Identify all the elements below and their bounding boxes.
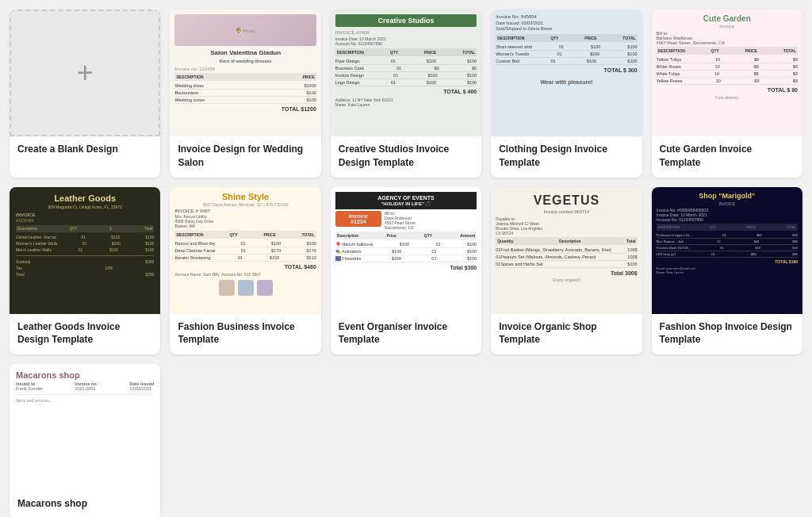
marigold-footer: Email: yourname@mail.comName: Kate Laure… bbox=[657, 266, 798, 274]
shine-title: Shine Style bbox=[174, 192, 316, 201]
creative-row-4: Logo Design01$100$100 bbox=[335, 79, 477, 86]
shine-style-card[interactable]: Shine Style 3917 Davis Avenue, Montreal,… bbox=[170, 187, 320, 355]
create-blank-card[interactable]: + Create a Blank Design bbox=[10, 10, 160, 178]
macarons-label: Macarons shop bbox=[10, 491, 160, 517]
marigold-row-1: Professional nippers for...01$20$20 bbox=[657, 232, 798, 239]
wedding-total: TOTAL $1200 bbox=[174, 106, 316, 112]
organic-shop-label: Invoice Organic Shop Template bbox=[491, 314, 642, 355]
vegetus-tagline: Enjoy organic! bbox=[496, 278, 637, 282]
event-total: Total $300 bbox=[335, 265, 477, 270]
wedding-row-3: Wedding crown$100 bbox=[174, 97, 316, 104]
leather-invoice-label: INVOICE bbox=[16, 213, 154, 217]
garden-total: TOTAL $ 80 bbox=[657, 87, 798, 93]
clothing-card[interactable]: Invoice No: 545654 Date Issued: 02/03/20… bbox=[491, 10, 642, 178]
marigold-title: Shop "Marigold" bbox=[657, 192, 798, 200]
vegetus-row-1: 01Fruit Basket (Mango, Strawberry, Avoca… bbox=[496, 247, 637, 254]
leather-addr: 909 Magnolia Ct, Lehigh Acres, FL, 33972 bbox=[16, 205, 154, 209]
event-table-header: DescriptionPriceQTYAmount bbox=[335, 232, 477, 239]
event-row-1: 🎈 Helium balloons$10001$100 bbox=[335, 241, 477, 248]
shine-style-thumb: Shine Style 3917 Davis Avenue, Montreal,… bbox=[170, 187, 320, 314]
garden-bill: Bill to:Barbara Wadsman4567 Pearl Street… bbox=[657, 31, 798, 45]
vegetus-total: Total 300$ bbox=[496, 270, 637, 276]
event-organiser-card[interactable]: AGENCY OF EVENTS"HOLIDAY IN LIFE" 🎵 Invo… bbox=[331, 187, 481, 355]
clothing-thumb: Invoice No: 545654 Date Issued: 02/03/20… bbox=[491, 10, 642, 136]
leather-goods-thumb: Leather Goods 909 Magnolia Ct, Lehigh Ac… bbox=[10, 187, 160, 314]
wedding-row-2: Boutonniere$100 bbox=[174, 90, 316, 97]
wedding-photo: 👰 Photo bbox=[174, 14, 316, 46]
vegetus-row-2: 01Peanuts Set (Walnuts, Almonds, Cashew,… bbox=[496, 254, 637, 261]
marigold-meta: Invoice No: #0686958408603Invoice Date: … bbox=[657, 208, 798, 222]
creative-thumb-content: Creative Studios INVOICE #2409 Invoice D… bbox=[331, 10, 481, 136]
vegetus-table-header: QuantityDescriptionTotal bbox=[496, 237, 637, 245]
wedding-salon-card[interactable]: 👰 Photo Salon Valentina Gladun Rent of w… bbox=[170, 10, 320, 178]
garden-title: Cute Garden bbox=[657, 14, 798, 23]
macarons-title: Macarons shop bbox=[16, 370, 154, 380]
leather-total: Total$330 bbox=[16, 271, 154, 278]
wedding-invoice-num: Invoice no: 123456 bbox=[174, 67, 316, 71]
event-organiser-label: Event Organiser Invoice Template bbox=[331, 314, 481, 355]
garden-row-3: White Tulips10$8$8 bbox=[657, 71, 798, 78]
shine-account: Account Name: Sam Billy Account No: 510 … bbox=[174, 272, 316, 277]
shine-style-label: Fashion Business Invoice Template bbox=[170, 314, 320, 355]
shine-addr: 3917 Davis Avenue, Montreal, QC • 978-77… bbox=[174, 202, 316, 207]
clothing-thumb-content: Invoice No: 545654 Date Issued: 02/03/20… bbox=[491, 10, 642, 136]
creative-studios-card[interactable]: Creative Studios INVOICE #2409 Invoice D… bbox=[331, 10, 481, 178]
shine-invoice: INVOICE # 3467 bbox=[174, 209, 316, 213]
cute-garden-card[interactable]: Cute Garden Invoice Bill to:Barbara Wads… bbox=[652, 10, 802, 178]
marigold-row-3: Hatchett-blade GLTON01$10$10 bbox=[657, 245, 798, 251]
clothing-row-3: Custom Belt01$100$100 bbox=[496, 58, 637, 65]
clothing-ship: Sold/Shipped to Gloria Broun bbox=[496, 26, 637, 31]
wedding-row-1: Wedding dress$1000 bbox=[174, 82, 316, 90]
marigold-thumb-content: Shop "Marigold" INVOICE Invoice No: #068… bbox=[652, 187, 802, 314]
garden-row-1: Yellow Tulips10$8$8 bbox=[657, 56, 798, 63]
event-bill: Bill to:Dave Anderson4567 Pearl StreetSa… bbox=[385, 211, 477, 230]
leather-title: Leather Goods bbox=[16, 193, 154, 203]
fashion-shop-card[interactable]: Shop "Marigold" INVOICE Invoice No: #068… bbox=[652, 187, 802, 355]
plus-icon: + bbox=[77, 56, 94, 90]
marigold-row-4: LED lamp gel01$80$80 bbox=[657, 251, 798, 258]
cute-garden-thumb: Cute Garden Invoice Bill to:Barbara Wads… bbox=[652, 10, 802, 136]
macarons-meta: Issued toFrenk Gooder Invoice no.2021-00… bbox=[16, 381, 154, 391]
create-blank-thumb: + bbox=[10, 10, 160, 136]
clothing-row-1: Short-sleeved shirt01$100$100 bbox=[496, 44, 637, 51]
shine-row-1: Haircut and Blow dry01$100$100 bbox=[174, 240, 316, 247]
event-row-3: 🎆 Fireworks$10001$100 bbox=[335, 255, 477, 262]
macarons-card[interactable]: Macarons shop Issued toFrenk Gooder Invo… bbox=[10, 364, 160, 517]
event-body: Invoice#1234 Bill to:Dave Anderson4567 P… bbox=[335, 211, 477, 230]
macarons-thumb: Macarons shop Issued toFrenk Gooder Invo… bbox=[10, 364, 160, 491]
leather-row-2: Women's Leather Walls01$100$100 bbox=[16, 240, 154, 247]
garden-subtitle: Invoice bbox=[657, 24, 798, 29]
event-invoice-badge: Invoice#1234 bbox=[335, 211, 381, 230]
creative-row-3: Invoice Design01$100$100 bbox=[335, 72, 477, 79]
leather-invoice-num: #2236666 bbox=[16, 218, 154, 223]
fashion-shop-thumb: Shop "Marigold" INVOICE Invoice No: #068… bbox=[652, 187, 802, 314]
leather-subtotal: Subtotal$300 bbox=[16, 258, 154, 265]
vegetus-title: VEGETUS bbox=[496, 193, 637, 208]
marigold-total: TOTAL $190 bbox=[657, 259, 798, 264]
create-blank-label: Create a Blank Design bbox=[10, 136, 160, 164]
creative-studios-thumb: Creative Studios INVOICE #2409 Invoice D… bbox=[331, 10, 481, 136]
creative-address: Address: 11 NY New York 81021Name: Kate … bbox=[335, 98, 477, 107]
event-row-2: 🎭 Animators$10001$100 bbox=[335, 248, 477, 255]
event-thumb-content: AGENCY OF EVENTS"HOLIDAY IN LIFE" 🎵 Invo… bbox=[331, 187, 481, 314]
wedding-subtitle: Rent of wedding dresses bbox=[174, 59, 316, 63]
macarons-thumb-content: Macarons shop Issued toFrenk Gooder Invo… bbox=[10, 364, 160, 491]
leather-row-1: Gilded Leather Journal01$100$100 bbox=[16, 234, 154, 240]
garden-table-header: DESCRIPTIONQTYPRICETOTAL bbox=[657, 47, 798, 55]
creative-invoice-num: INVOICE #2409 bbox=[335, 30, 477, 35]
vegetus-invoice-num: Invoice number:903714 bbox=[496, 209, 637, 214]
creative-studios-label: Creative Studios Invoice Design Template bbox=[331, 136, 481, 178]
shine-client: Mrs. Kenya Limbo4566 Rainy Day DriveBost… bbox=[174, 214, 316, 228]
creative-row-2: Business Card01$0$0 bbox=[335, 65, 477, 72]
event-organiser-thumb: AGENCY OF EVENTS"HOLIDAY IN LIFE" 🎵 Invo… bbox=[331, 187, 481, 314]
wedding-thumb-content: 👰 Photo Salon Valentina Gladun Rent of w… bbox=[170, 10, 320, 136]
template-grid: + Create a Blank Design 👰 Photo Salon Va… bbox=[10, 10, 802, 517]
garden-thumb-content: Cute Garden Invoice Bill to:Barbara Wads… bbox=[652, 10, 802, 136]
organic-shop-card[interactable]: VEGETUS Invoice number:903714 Payable to… bbox=[491, 187, 642, 355]
leather-goods-card[interactable]: Leather Goods 909 Magnolia Ct, Lehigh Ac… bbox=[10, 187, 160, 355]
leather-goods-label: Leather Goods Invoice Design Template bbox=[10, 314, 160, 355]
clothing-tagline: Wear with pleasure! bbox=[496, 79, 637, 85]
clothing-total: TOTAL $ 300 bbox=[496, 67, 637, 73]
marigold-invoice: INVOICE bbox=[657, 201, 798, 206]
vegetus-payable: Payable to:Joanna Mitchell 12 WestBrooke… bbox=[496, 216, 637, 236]
